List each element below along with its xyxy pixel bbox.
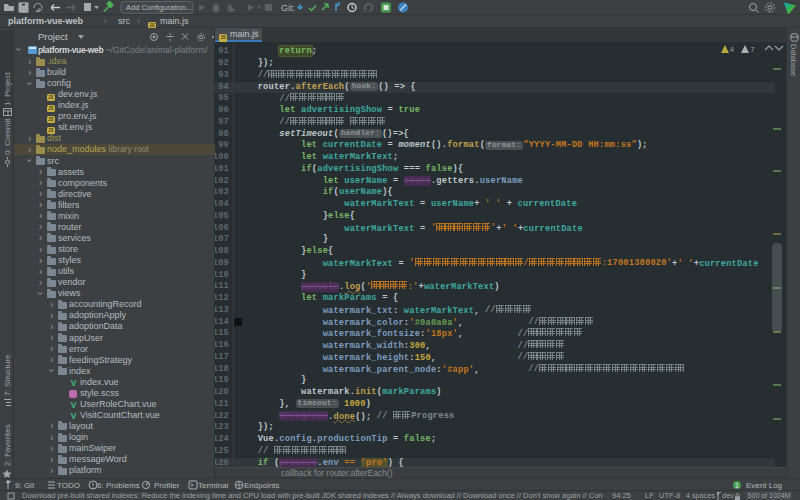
svg-text:Git:: Git: [281, 3, 295, 13]
svg-text:6: Problems: 6: Problems [97, 481, 140, 490]
svg-text:Terminal: Terminal [198, 481, 228, 490]
svg-text:Endpoints: Endpoints [244, 481, 280, 490]
svg-text:Add Configuration...: Add Configuration... [126, 3, 192, 12]
svg-text:Event Log: Event Log [746, 481, 782, 490]
svg-text:TODO: TODO [57, 481, 80, 490]
svg-text:1: 1 [735, 482, 739, 489]
svg-text:9: Git: 9: Git [15, 481, 35, 490]
svg-text:Profiler: Profiler [154, 481, 180, 490]
